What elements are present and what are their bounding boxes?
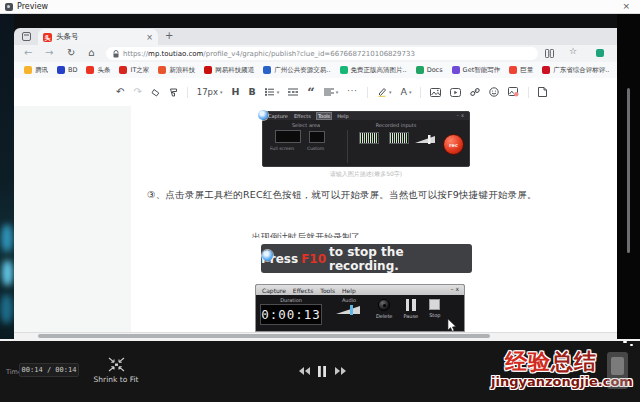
address-bar[interactable]: https://mp.toutiao.com/profile_v4/graphi… xyxy=(106,47,538,60)
bold-button[interactable]: B xyxy=(249,87,256,97)
redo-icon[interactable]: ↷ xyxy=(133,87,141,97)
forward-icon[interactable]: → xyxy=(45,45,53,61)
shrink-to-fit-label[interactable]: Shrink to Fit xyxy=(80,375,152,384)
pause-icon xyxy=(318,366,326,377)
bookmark-item[interactable]: Docs xyxy=(416,66,443,74)
menu-help[interactable]: Help xyxy=(337,113,348,119)
toolbar-divider xyxy=(367,87,368,98)
image-caption-placeholder[interactable]: 请输入图片描述(最多50字) xyxy=(262,170,470,179)
menu-effects[interactable]: Effects xyxy=(293,287,313,294)
toolbar-divider xyxy=(187,87,188,98)
split-screen-icon[interactable] xyxy=(545,49,554,58)
text-color-icon[interactable]: A▾ xyxy=(400,87,411,97)
watermark-emblem xyxy=(607,352,628,389)
bookmark-item[interactable]: 新浪科技 xyxy=(158,66,195,75)
menu-effects[interactable]: Effects xyxy=(294,113,311,119)
bookmark-favicon xyxy=(24,66,32,74)
close-icon[interactable]: × xyxy=(622,0,630,13)
vertical-scrollbar-thumb[interactable] xyxy=(627,88,630,253)
bookmark-item[interactable]: BD xyxy=(57,66,77,74)
bookmark-favicon xyxy=(263,66,271,74)
bookmark-item[interactable]: 头条 xyxy=(86,66,110,75)
divider-insert-icon[interactable] xyxy=(288,88,298,96)
pause-button[interactable] xyxy=(315,365,329,377)
menu-capture[interactable]: Capture xyxy=(268,113,288,119)
bookmark-item[interactable]: 免费正版高清图片.. xyxy=(340,66,407,75)
step-forward-button[interactable] xyxy=(333,365,347,377)
image-resize-handle[interactable] xyxy=(262,250,273,261)
insert-video-icon[interactable] xyxy=(450,88,461,97)
insert-link-icon[interactable] xyxy=(470,87,480,97)
bookmarks-bar: 腾讯 BD 头条 IT之家 新浪科技 网易科技频道 广州公共资源交易.. 免费正… xyxy=(14,62,630,78)
embedded-image-recorder-toolbar[interactable]: Capture Effects Tools Help –x Duration 0… xyxy=(255,284,465,332)
step-backward-icon xyxy=(299,367,310,375)
bookmark-item[interactable]: 巨量 xyxy=(509,66,533,75)
chevron-down-icon: ▾ xyxy=(277,90,280,95)
delete-icon xyxy=(378,299,390,311)
toolbar-divider xyxy=(420,87,421,98)
scrollbar-thumb[interactable] xyxy=(38,334,490,338)
bookmark-item[interactable]: 腾讯 xyxy=(24,66,48,75)
chevron-down-icon: ▾ xyxy=(409,90,412,95)
eraser-icon[interactable] xyxy=(151,88,160,97)
more-icon[interactable]: ··· xyxy=(347,88,358,96)
menu-tools[interactable]: Tools xyxy=(320,287,335,294)
menu-capture[interactable]: Capture xyxy=(262,287,286,294)
step-backward-button[interactable] xyxy=(297,365,311,377)
volume-slider[interactable] xyxy=(415,135,437,144)
tab-actions-icon[interactable] xyxy=(22,32,31,41)
delete-button[interactable]: Delete xyxy=(376,299,392,332)
pause-icon xyxy=(406,299,416,311)
refresh-icon[interactable]: ↻ xyxy=(67,45,75,61)
duration-label: Duration xyxy=(280,297,302,303)
stop-button[interactable]: Stop xyxy=(429,299,440,332)
image-audit-icon[interactable] xyxy=(508,87,519,97)
heading-button[interactable]: H xyxy=(232,87,240,97)
step-paragraph[interactable]: ③、点击录屏工具栏的REC红色按钮，就可以开始录屏。当然也可以按F9快捷键开始录… xyxy=(147,189,587,202)
bookmark-item[interactable]: Get智能写作 xyxy=(452,66,501,75)
new-tab-button[interactable]: + xyxy=(165,30,173,41)
tab-close-icon[interactable]: × xyxy=(146,33,153,42)
bookmark-favicon xyxy=(416,66,424,74)
blockquote-icon[interactable]: “ xyxy=(307,88,314,96)
image-resize-handle[interactable] xyxy=(258,110,268,120)
favorites-star-icon[interactable]: ☆ xyxy=(569,46,577,56)
bookmark-item[interactable]: 网易科技频道 xyxy=(204,66,254,75)
desktop-wallpaper-strip xyxy=(0,14,14,341)
emoji-icon[interactable] xyxy=(489,87,499,97)
input-source-box[interactable] xyxy=(389,132,409,144)
custom-label: Custom xyxy=(307,146,324,151)
window-controls[interactable]: –x xyxy=(450,285,461,292)
wallpaper-blob xyxy=(2,260,13,286)
bookmark-item[interactable]: 广东省综合评标评.. xyxy=(542,66,609,75)
home-icon[interactable]: ⌂ xyxy=(88,45,94,61)
custom-area-thumb[interactable] xyxy=(309,131,325,143)
highlight-pen-icon[interactable]: ▾ xyxy=(377,87,392,97)
font-size-select[interactable]: 17px▾ xyxy=(197,88,223,97)
shrink-to-fit-icon[interactable] xyxy=(107,356,126,373)
extension-icon[interactable] xyxy=(596,49,604,57)
bookmark-item[interactable]: 广州公共资源交易.. xyxy=(263,66,330,75)
align-icon[interactable]: ▾ xyxy=(324,88,339,96)
embedded-image-stop-banner[interactable]: Press F10 to stop the recording. xyxy=(261,244,472,273)
insert-image-icon[interactable] xyxy=(430,88,441,97)
step-forward-icon xyxy=(335,367,346,375)
bookmark-favicon xyxy=(542,66,550,74)
full-screen-thumb[interactable] xyxy=(275,130,301,143)
format-brush-icon[interactable] xyxy=(169,88,178,97)
menu-help[interactable]: Help xyxy=(342,287,356,294)
rec-button[interactable]: rec xyxy=(443,134,464,155)
horizontal-scrollbar[interactable] xyxy=(14,332,617,339)
menu-tools[interactable]: Tools xyxy=(317,113,331,119)
bookmark-item[interactable]: IT之家 xyxy=(119,66,149,75)
browser-tab[interactable]: 头 头条号 × xyxy=(38,29,158,45)
input-source-box[interactable] xyxy=(359,132,379,144)
window-controls[interactable]: –x xyxy=(457,112,466,118)
embedded-image-recorder[interactable]: Capture Effects Tools Help –x Select are… xyxy=(262,111,470,167)
back-icon[interactable]: ← xyxy=(24,45,32,61)
pause-button[interactable]: Pause xyxy=(403,299,418,332)
article-preview-icon[interactable] xyxy=(538,87,547,97)
audio-slider[interactable] xyxy=(336,304,362,315)
undo-icon[interactable]: ↶ xyxy=(116,87,124,97)
list-icon[interactable]: ▾ xyxy=(265,88,280,96)
